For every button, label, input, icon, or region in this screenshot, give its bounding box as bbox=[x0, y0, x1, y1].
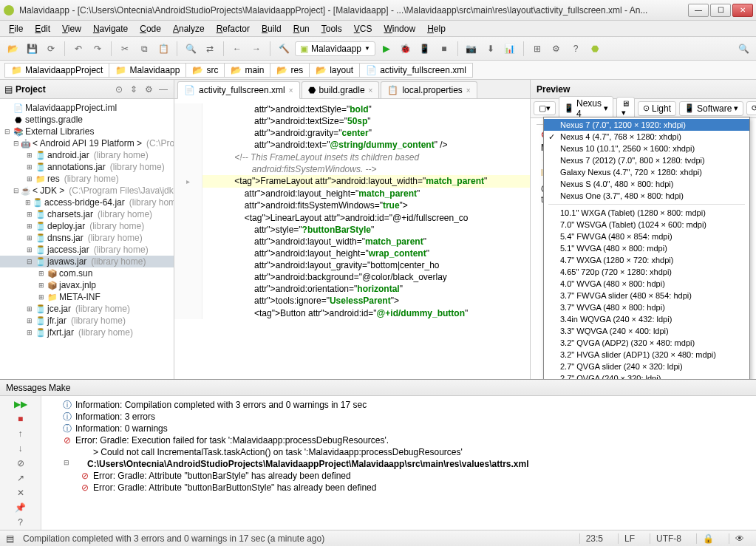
message-line[interactable]: > Could not call IncrementalTask.taskAct… bbox=[44, 446, 753, 458]
menu-window[interactable]: Window bbox=[378, 22, 421, 35]
encoding[interactable]: UTF-8 bbox=[650, 533, 687, 544]
tree-toggle-icon[interactable]: ⊟ bbox=[13, 140, 19, 147]
tree-toggle-icon[interactable]: ⊞ bbox=[25, 246, 34, 253]
message-line[interactable]: ⓘInformation: Compilation completed with… bbox=[44, 399, 753, 411]
tree-toggle-icon[interactable]: ⊞ bbox=[25, 222, 34, 230]
code-line[interactable]: attr">android:layout_height="match_paren… bbox=[174, 188, 530, 199]
device-option[interactable]: 4.65" 720p (720 × 1280: xhdpi) bbox=[544, 266, 749, 278]
copy-button[interactable]: ⧉ bbox=[136, 41, 152, 57]
tree-toggle-icon[interactable]: ⊟ bbox=[62, 459, 71, 466]
breadcrumb-4[interactable]: 📂res bbox=[270, 63, 310, 78]
breadcrumb-2[interactable]: 📂src bbox=[185, 63, 225, 78]
close-tab-icon[interactable]: × bbox=[369, 86, 373, 95]
tree-item[interactable]: ⊞🫙jfxrt.jar(library home) bbox=[0, 327, 174, 338]
code-line[interactable]: attr">android:fitsSystemWindows="true"> bbox=[174, 199, 530, 211]
tree-toggle-icon[interactable]: ⊞ bbox=[37, 270, 46, 277]
tree-item[interactable]: ⊟☕< JDK >(C:\Program Files\Java\jdk1.7.0 bbox=[0, 185, 174, 197]
device-option[interactable]: 2.7" QVGA (240 × 320: ldpi) bbox=[544, 372, 749, 379]
code-line[interactable]: attr">android:gravity="center" bbox=[174, 127, 530, 139]
menu-refactor[interactable]: Refactor bbox=[211, 22, 256, 35]
device-option[interactable]: 10.1" WXGA (Tablet) (1280 × 800: mdpi) bbox=[544, 207, 749, 219]
tree-item[interactable]: ⊞🫙charsets.jar(library home) bbox=[0, 208, 174, 220]
tree-item[interactable]: ⊞🫙jaccess.jar(library home) bbox=[0, 244, 174, 256]
tree-item[interactable]: ⊞🫙access-bridge-64.jar(library home) bbox=[0, 197, 174, 208]
tab-activity_fullscreen-xml[interactable]: 📄activity_fullscreen.xml× bbox=[177, 81, 300, 99]
menu-analyze[interactable]: Analyze bbox=[167, 22, 211, 35]
code-line[interactable]: attr">android:textSize="50sp" bbox=[174, 115, 530, 127]
device-option[interactable]: Nexus 7 (7.0", 1200 × 1920: xhdpi) bbox=[544, 119, 749, 131]
message-line[interactable]: ⓘInformation: 0 warnings bbox=[44, 423, 753, 434]
device-option[interactable]: 5.4" FWVGA (480 × 854: mdpi) bbox=[544, 231, 749, 242]
menu-vcs[interactable]: VCS bbox=[348, 22, 378, 35]
run-button[interactable]: ▶ bbox=[378, 41, 395, 57]
stop-icon[interactable]: ■ bbox=[14, 414, 27, 424]
tree-item[interactable]: ⊞🫙android.jar(library home) bbox=[0, 149, 174, 161]
device-option[interactable]: 3.2" QVGA (ADP2) (320 × 480: mdpi) bbox=[544, 337, 749, 349]
tree-toggle-icon[interactable]: ⊞ bbox=[25, 305, 34, 313]
tree-toggle-icon[interactable]: ⊞ bbox=[25, 234, 34, 242]
sdk-button[interactable]: ⬇ bbox=[483, 41, 499, 57]
code-line[interactable]: <tag">LinearLayout attr">android:id="@+i… bbox=[174, 212, 530, 224]
tree-toggle-icon[interactable]: ⊞ bbox=[37, 293, 46, 301]
tree-item[interactable]: ⊟🤖< Android API 19 Platform >(C:\Program bbox=[0, 137, 174, 149]
code-line[interactable]: <!-- This FrameLayout insets its childre… bbox=[174, 151, 530, 163]
tree-toggle-icon[interactable]: ⊞ bbox=[25, 329, 34, 336]
tab-local-properties[interactable]: 📋local.properties× bbox=[381, 81, 477, 98]
pin-icon[interactable]: 📌 bbox=[14, 502, 27, 513]
device-option[interactable]: 4.0" WVGA (480 × 800: hdpi) bbox=[544, 278, 749, 290]
code-line[interactable]: <tag">Button attr">android:id="@+id/dumm… bbox=[174, 307, 530, 319]
menu-view[interactable]: View bbox=[56, 22, 87, 35]
message-line[interactable]: ⓘInformation: 3 errors bbox=[44, 411, 753, 423]
tree-toggle-icon[interactable]: ⊟ bbox=[13, 187, 19, 194]
debug-button[interactable]: 🐞 bbox=[398, 41, 414, 57]
code-line[interactable]: attr">android:orientation="horizontal" bbox=[174, 283, 530, 295]
search-everywhere-button[interactable]: 🔍 bbox=[735, 41, 752, 57]
avd-button[interactable]: 📷 bbox=[463, 41, 480, 57]
message-line[interactable]: ⊘Error: Gradle: Attribute "buttonBarButt… bbox=[44, 482, 753, 494]
new-config-button[interactable]: ▢▾ bbox=[534, 101, 556, 115]
device-option[interactable]: 3.2" HVGA slider (ADP1) (320 × 480: mdpi… bbox=[544, 349, 749, 361]
export-icon[interactable]: ↗ bbox=[14, 473, 27, 483]
menu-edit[interactable]: Edit bbox=[29, 22, 56, 35]
save-button[interactable]: 💾 bbox=[24, 41, 40, 57]
replace-button[interactable]: ⇄ bbox=[202, 41, 218, 57]
tree-item[interactable]: ⊞🫙annotations.jar(library home) bbox=[0, 161, 174, 173]
down-icon[interactable]: ↓ bbox=[14, 443, 27, 454]
menu-file[interactable]: File bbox=[3, 22, 29, 35]
tree-item[interactable]: ⊞📁res(library home) bbox=[0, 173, 174, 185]
code-line[interactable]: attr">android:text="@string/dummy_conten… bbox=[174, 139, 530, 151]
help-button[interactable]: ? bbox=[568, 41, 584, 57]
run-config-selector[interactable]: ▣ Malavidaapp ▼ bbox=[295, 41, 375, 56]
code-line[interactable]: attr">style="?buttonBarStyle" bbox=[174, 224, 530, 236]
tree-item[interactable]: 📄MalavidaappProject.iml bbox=[0, 102, 174, 114]
filter-icon[interactable]: ⊘ bbox=[14, 458, 27, 468]
tree-toggle-icon[interactable]: ⊞ bbox=[25, 317, 34, 324]
device-option[interactable]: 3.4in WQVGA (240 × 432: ldpi) bbox=[544, 313, 749, 325]
lock-icon[interactable]: 🔒 bbox=[696, 533, 720, 544]
tree-item[interactable]: ⊞📁META-INF bbox=[0, 291, 174, 303]
scroll-from-source-icon[interactable]: ⊙ bbox=[113, 83, 125, 95]
cut-button[interactable]: ✂ bbox=[117, 41, 133, 57]
redo-button[interactable]: ↷ bbox=[89, 41, 106, 57]
tree-item[interactable]: ⊞🫙deploy.jar(library home) bbox=[0, 220, 174, 232]
monitor-button[interactable]: 📊 bbox=[502, 41, 518, 57]
menu-run[interactable]: Run bbox=[287, 22, 316, 35]
close-tab-icon[interactable]: × bbox=[289, 86, 293, 95]
message-line[interactable]: ⊟C:\Users\Ontecnia\AndroidStudioProjects… bbox=[44, 458, 753, 470]
code-editor[interactable]: attr">android:textStyle="bold" attr">and… bbox=[174, 99, 530, 379]
close-tab-icon[interactable]: × bbox=[466, 86, 471, 95]
tree-toggle-icon[interactable]: ⊟ bbox=[25, 258, 34, 265]
inspect-icon[interactable]: 👁 bbox=[729, 533, 750, 544]
code-line[interactable]: attr">android:layout_height="wrap_conten… bbox=[174, 248, 530, 259]
line-separator[interactable]: LF bbox=[618, 533, 641, 544]
structure-button[interactable]: ⊞ bbox=[529, 41, 545, 57]
rerun-icon[interactable]: ▶▶ bbox=[14, 399, 27, 409]
settings-icon[interactable]: ⚙ bbox=[143, 83, 154, 95]
code-line[interactable]: attr">android:layout_width="match_parent… bbox=[174, 236, 530, 248]
breadcrumb-5[interactable]: 📂layout bbox=[309, 63, 360, 78]
help-icon[interactable]: ? bbox=[14, 517, 27, 528]
breadcrumb-1[interactable]: 📁Malavidaapp bbox=[109, 63, 186, 78]
device-option[interactable]: Nexus S (4.0", 480 × 800: hdpi) bbox=[544, 178, 749, 190]
maximize-button[interactable]: ☐ bbox=[710, 4, 731, 17]
tree-item[interactable]: ⊟🫙javaws.jar(library home) bbox=[0, 256, 174, 267]
